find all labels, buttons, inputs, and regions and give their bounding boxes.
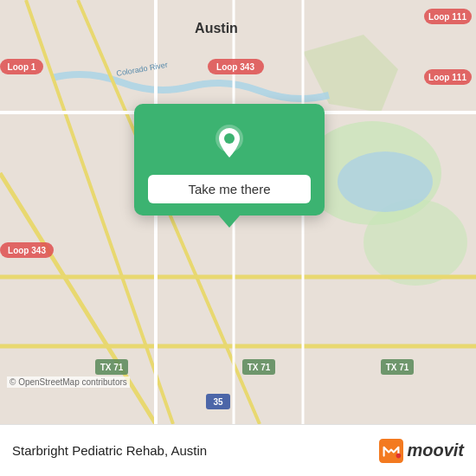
svg-text:Loop 343: Loop 343	[216, 62, 254, 72]
moovit-logo: moovit	[379, 439, 464, 463]
svg-text:Loop 343: Loop 343	[8, 246, 46, 255]
svg-text:Loop 1: Loop 1	[8, 62, 36, 72]
svg-point-38	[396, 453, 402, 458]
take-me-there-button[interactable]: Take me there	[148, 175, 311, 203]
svg-text:TX 71: TX 71	[248, 363, 271, 372]
svg-text:TX 71: TX 71	[386, 363, 409, 372]
svg-text:Austin: Austin	[195, 21, 238, 35]
attribution-text: © OpenStreetMap contributors	[7, 376, 130, 388]
place-name: Starbright Pediatric Rehab, Austin	[12, 443, 379, 458]
location-pin-icon	[207, 119, 252, 164]
svg-text:Loop 111: Loop 111	[428, 12, 466, 22]
map-container: TX 71 TX 71 TX 71 35 Loop 1 Loop 343 Loo…	[0, 0, 476, 424]
svg-point-2	[363, 199, 467, 286]
svg-point-4	[338, 151, 433, 212]
svg-text:Loop 111: Loop 111	[428, 73, 466, 82]
svg-text:35: 35	[213, 397, 223, 407]
svg-point-36	[224, 133, 235, 144]
bottom-bar: Starbright Pediatric Rehab, Austin moovi…	[0, 424, 476, 476]
moovit-text-label: moovit	[407, 441, 464, 460]
moovit-icon	[379, 439, 403, 463]
svg-text:TX 71: TX 71	[100, 363, 124, 372]
popup-card: Take me there	[134, 104, 325, 215]
